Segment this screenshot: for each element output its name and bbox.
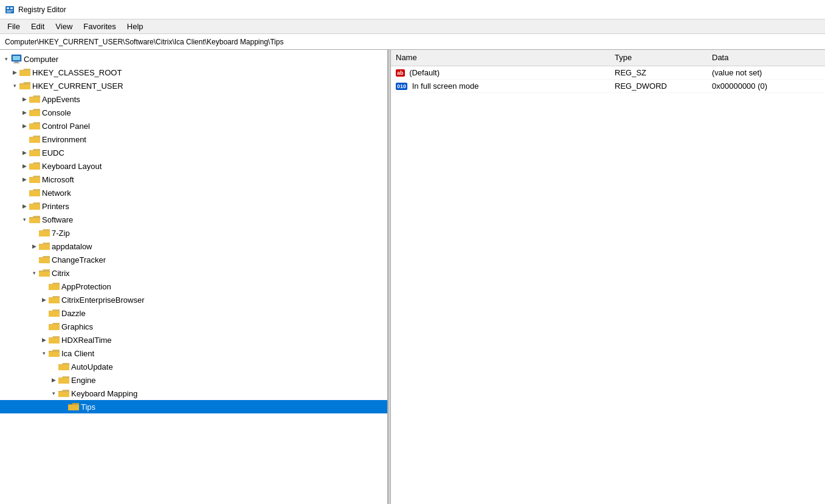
col-header-type: Type <box>610 50 707 66</box>
menu-file[interactable]: File <box>2 21 25 32</box>
tree-node-graphics[interactable]: Graphics <box>0 320 387 333</box>
folder-icon-microsoft <box>29 175 40 184</box>
expander-printers[interactable]: ▶ <box>19 201 29 211</box>
tree-node-ica-client[interactable]: ▾ Ica Client <box>0 347 387 360</box>
expander-hkey-classes-root[interactable]: ▶ <box>10 67 19 77</box>
folder-icon-dazzle <box>49 309 60 317</box>
expander-citrixenterprisebrowser[interactable]: ▶ <box>39 295 49 305</box>
svg-rect-4 <box>7 12 11 13</box>
folder-icon-changetracker <box>39 255 50 264</box>
tree-pane[interactable]: ▾ Computer ▶ HKEY_CLASSES_ROOT ▾ <box>0 50 388 504</box>
expander-keyboard-layout[interactable]: ▶ <box>19 161 29 171</box>
menu-help[interactable]: Help <box>122 21 148 32</box>
folder-icon-appevents <box>29 95 40 103</box>
reg-icon-dword: 010 <box>396 83 407 91</box>
expander-hdxrealtime[interactable]: ▶ <box>39 335 49 345</box>
row-name-default: ab (Default) <box>391 66 610 79</box>
folder-icon-control-panel <box>29 122 40 130</box>
tree-node-dazzle[interactable]: Dazzle <box>0 306 387 320</box>
tree-node-citrix[interactable]: ▾ Citrix <box>0 266 387 280</box>
tree-node-eudc[interactable]: ▶ EUDC <box>0 146 387 159</box>
menu-view[interactable]: View <box>50 21 77 32</box>
tree-node-autoupdate[interactable]: AutoUpdate <box>0 360 387 373</box>
row-type-fullscreen: REG_DWORD <box>610 79 707 92</box>
tree-node-keyboard-layout[interactable]: ▶ Keyboard Layout <box>0 159 387 173</box>
tree-node-appprotection[interactable]: AppProtection <box>0 280 387 293</box>
node-label-computer: Computer <box>24 55 58 64</box>
menu-edit[interactable]: Edit <box>26 21 49 32</box>
node-label-appprotection: AppProtection <box>61 282 111 291</box>
node-label-autoupdate: AutoUpdate <box>71 362 113 371</box>
expander-appdatalow[interactable]: ▶ <box>29 241 39 251</box>
folder-icon-printers <box>29 202 40 210</box>
row-type-default: REG_SZ <box>610 66 707 79</box>
expander-software[interactable]: ▾ <box>19 215 29 224</box>
menu-favorites[interactable]: Favorites <box>78 21 120 32</box>
tree-node-printers[interactable]: ▶ Printers <box>0 199 387 213</box>
computer-icon <box>11 54 22 64</box>
node-label-printers: Printers <box>42 202 69 211</box>
tree-node-hdxrealtime[interactable]: ▶ HDXRealTime <box>0 333 387 347</box>
node-label-citrix: Citrix <box>52 269 70 278</box>
tree-node-environment[interactable]: Environment <box>0 133 387 146</box>
folder-icon-citrixenterprisebrowser <box>49 295 60 304</box>
tree-node-hkey-current-user[interactable]: ▾ HKEY_CURRENT_USER <box>0 79 387 92</box>
tree-node-microsoft[interactable]: ▶ Microsoft <box>0 173 387 186</box>
detail-table: Name Type Data ab (Default) REG_SZ (valu… <box>391 50 825 93</box>
expander-microsoft[interactable]: ▶ <box>19 174 29 184</box>
expander-engine[interactable]: ▶ <box>49 375 58 385</box>
expander-citrix[interactable]: ▾ <box>29 268 39 278</box>
tree-node-keyboard-mapping[interactable]: ▾ Keyboard Mapping <box>0 387 387 400</box>
tree-node-software[interactable]: ▾ Software <box>0 213 387 226</box>
tree-node-engine[interactable]: ▶ Engine <box>0 373 387 387</box>
folder-icon-7zip <box>39 229 50 237</box>
expander-hkey-current-user[interactable]: ▾ <box>10 81 19 91</box>
tree-node-citrixenterprisebrowser[interactable]: ▶ CitrixEnterpriseBrowser <box>0 293 387 306</box>
table-row[interactable]: 010 In full screen mode REG_DWORD 0x0000… <box>391 79 825 92</box>
folder-icon-hdxrealtime <box>49 336 60 344</box>
node-label-software: Software <box>42 215 73 224</box>
expander-control-panel[interactable]: ▶ <box>19 121 29 131</box>
expander-eudc[interactable]: ▶ <box>19 148 29 157</box>
table-row[interactable]: ab (Default) REG_SZ (value not set) <box>391 66 825 79</box>
tree-node-changetracker[interactable]: ChangeTracker <box>0 253 387 266</box>
folder-icon-hkey-current-user <box>19 81 30 90</box>
node-label-engine: Engine <box>71 376 95 385</box>
folder-icon-ica-client <box>49 349 60 357</box>
folder-icon-environment <box>29 135 40 143</box>
row-data-default: (value not set) <box>707 66 825 79</box>
detail-pane: Name Type Data ab (Default) REG_SZ (valu… <box>391 50 825 504</box>
node-label-console: Console <box>42 108 71 117</box>
tree-node-control-panel[interactable]: ▶ Control Panel <box>0 119 387 133</box>
node-label-tips: Tips <box>81 402 95 412</box>
node-label-network: Network <box>42 188 71 198</box>
folder-icon-engine <box>58 376 69 384</box>
title-bar-text: Registry Editor <box>18 5 66 14</box>
expander-appevents[interactable]: ▶ <box>19 94 29 104</box>
tree-node-tips[interactable]: Tips <box>0 400 387 413</box>
svg-rect-1 <box>7 7 9 9</box>
svg-rect-6 <box>13 56 20 60</box>
folder-icon-tips <box>68 402 79 411</box>
folder-icon-autoupdate <box>58 362 69 371</box>
tree-node-appevents[interactable]: ▶ AppEvents <box>0 92 387 106</box>
expander-keyboard-mapping[interactable]: ▾ <box>49 388 58 398</box>
expander-ica-client[interactable]: ▾ <box>39 348 49 358</box>
expander-console[interactable]: ▶ <box>19 108 29 117</box>
tree-node-console[interactable]: ▶ Console <box>0 106 387 119</box>
folder-icon-keyboard-layout <box>29 162 40 170</box>
expander-computer[interactable]: ▾ <box>1 54 11 64</box>
tree-node-appdatalow[interactable]: ▶ appdatalow <box>0 240 387 253</box>
tree-node-network[interactable]: Network <box>0 186 387 199</box>
main-content: ▾ Computer ▶ HKEY_CLASSES_ROOT ▾ <box>0 50 825 504</box>
node-label-graphics: Graphics <box>61 322 93 331</box>
address-path: Computer\HKEY_CURRENT_USER\Software\Citr… <box>5 38 283 46</box>
node-label-hkey-current-user: HKEY_CURRENT_USER <box>32 81 123 91</box>
reg-icon-ab: ab <box>396 69 405 77</box>
tree-node-hkey-classes-root[interactable]: ▶ HKEY_CLASSES_ROOT <box>0 66 387 79</box>
node-label-changetracker: ChangeTracker <box>52 255 106 264</box>
col-header-data: Data <box>707 50 825 66</box>
tree-node-7zip[interactable]: 7-Zip <box>0 226 387 240</box>
folder-icon-graphics <box>49 322 60 331</box>
tree-node-computer[interactable]: ▾ Computer <box>0 52 387 66</box>
